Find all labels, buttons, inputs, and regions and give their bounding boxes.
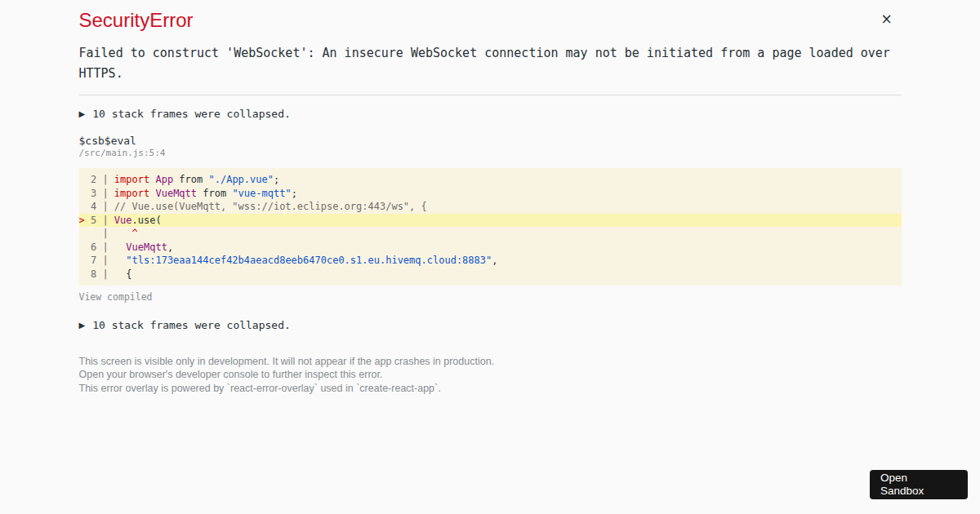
divider <box>79 95 902 95</box>
code-line: > 5 | Vue.use( <box>79 214 902 228</box>
code-frame: 2 | import App from "./App.vue"; 3 | imp… <box>79 168 902 286</box>
error-title: SecurityError <box>79 11 877 30</box>
error-overlay: SecurityError × Failed to construct 'Web… <box>79 0 902 395</box>
footer-line-development: This screen is visible only in developme… <box>79 355 902 368</box>
collapsed-frames-toggle-top[interactable]: ▶ 10 stack frames were collapsed. <box>79 109 902 120</box>
code-line: 8 | { <box>79 268 902 281</box>
footer-line-console: Open your browser's developer console to… <box>79 368 902 381</box>
view-compiled-link[interactable]: View compiled <box>79 292 153 302</box>
stack-frame-location: /src/main.js:5:4 <box>79 148 902 158</box>
code-line: 3 | import VueMqtt from "vue-mqtt"; <box>79 187 902 201</box>
collapsed-frames-toggle-bottom[interactable]: ▶ 10 stack frames were collapsed. <box>79 320 902 331</box>
footer-line-powered-by: This error overlay is powered by `react-… <box>79 382 902 395</box>
code-line: | ^ <box>79 227 902 241</box>
header: SecurityError × <box>79 11 902 30</box>
code-line: 4 | // Vue.use(VueMqtt, "wss://iot.eclip… <box>79 200 902 214</box>
open-sandbox-label: Open Sandbox <box>880 472 933 498</box>
collapsed-frames-label: 10 stack frames were collapsed. <box>92 109 291 120</box>
collapsed-frames-label: 10 stack frames were collapsed. <box>92 320 291 331</box>
close-icon[interactable]: × <box>879 11 895 27</box>
code-line: 7 | "tls:173eaa144cef42b4aeacd8eeb6470ce… <box>79 254 902 268</box>
collapse-triangle-icon: ▶ <box>79 109 86 120</box>
footer-note: This screen is visible only in developme… <box>79 355 902 395</box>
open-sandbox-button[interactable]: Open Sandbox <box>870 470 968 499</box>
error-message: Failed to construct 'WebSocket': An inse… <box>79 43 902 84</box>
stack-frame-function: $csb$eval <box>79 135 902 147</box>
code-line: 6 | VueMqtt, <box>79 241 902 255</box>
collapse-triangle-icon: ▶ <box>79 320 86 331</box>
code-line: 2 | import App from "./App.vue"; <box>79 173 902 187</box>
